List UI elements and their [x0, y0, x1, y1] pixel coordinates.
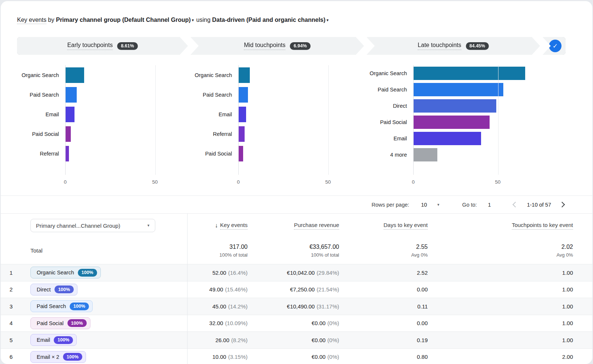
stage-key-event-marker[interactable]: ✓ [543, 37, 566, 55]
channel-name: Organic Search [37, 270, 74, 275]
stage-mid-touchpoints[interactable]: Mid touchpoints 6.94% [191, 37, 364, 55]
bar-email[interactable] [66, 107, 74, 122]
pagination-range: 1-10 of 57 [527, 202, 551, 208]
table-row[interactable]: 5Email100%26.00(8.2%)€0.00(0%)0.191.00 [1, 331, 592, 348]
total-revenue: €33,657.00 [309, 244, 339, 250]
column-header-days-to-key-event[interactable]: Days to key event [339, 214, 428, 237]
go-to-label: Go to: [462, 202, 477, 208]
total-key-events: 317.00 [229, 244, 248, 250]
bar-referral[interactable] [239, 126, 245, 142]
bar-paid-search[interactable] [414, 83, 503, 96]
channel-cell: Email × 2100% [21, 349, 187, 364]
early-touchpoints-chart: Organic SearchPaid SearchEmailPaid Socia… [17, 65, 188, 189]
chart-bar-row [414, 65, 540, 81]
gridline-50 [328, 65, 329, 175]
channel-chip[interactable]: Paid Search100% [30, 300, 93, 312]
attribution-badge: 100% [54, 336, 73, 344]
model-dropdown-label[interactable]: Data-driven (Paid and organic channels) [212, 17, 325, 23]
bar-paid-social[interactable] [239, 146, 243, 161]
report-card: Key events by Primary channel group (Def… [1, 1, 592, 364]
rows-per-page-value[interactable]: 10 [421, 202, 427, 208]
category-label: Paid Search [365, 81, 407, 98]
bar-email[interactable] [414, 132, 481, 145]
next-page-button[interactable] [559, 202, 565, 208]
table-row[interactable]: 3Paid Search100%45.00(14.2%)€10,490.00(3… [1, 298, 592, 315]
go-to-value[interactable]: 1 [488, 202, 491, 208]
key-events-percent: (14.2%) [228, 303, 248, 310]
channel-name: Email × 2 [37, 354, 59, 360]
dimension-selector[interactable]: Primary channel...Channel Group) ▼ [30, 219, 155, 232]
chevron-down-icon[interactable]: ▾ [192, 16, 194, 24]
key-events-percent: (3.15%) [228, 354, 248, 360]
category-label: Referral [188, 124, 232, 144]
channel-name: Direct [37, 287, 51, 293]
stage-percentage-badge: 84.45% [466, 42, 489, 50]
table-row[interactable]: 6Email × 2100%10.00(3.15%)€0.00(0%)0.802… [1, 348, 592, 364]
total-days-sub: Avg 0% [411, 252, 428, 258]
bar-paid-search[interactable] [66, 87, 77, 103]
purchase-revenue: €0.00(0%) [248, 332, 339, 348]
touchpoints-to-key-event-value: 1.00 [562, 286, 573, 293]
touchpoints-to-key-event: 1.00 [428, 298, 592, 315]
bar-paid-search[interactable] [239, 87, 248, 103]
purchase-revenue-percent: (0%) [327, 354, 339, 360]
stage-label: Mid touchpoints [244, 42, 285, 50]
channel-chip[interactable]: Paid Social100% [30, 317, 90, 329]
key-events-term[interactable]: Key events [17, 17, 46, 24]
channel-chip[interactable]: Direct100% [30, 284, 77, 295]
page-title: Key events by Primary channel group (Def… [17, 16, 576, 24]
chevron-down-icon[interactable]: ▾ [327, 16, 329, 24]
x-axis-tick: 0 [64, 179, 67, 185]
category-label: Paid Search [188, 85, 232, 104]
attribution-badge: 100% [54, 285, 74, 293]
channel-cell: Organic Search100% [21, 264, 187, 281]
purchase-revenue: €7,250.00(21.54%) [248, 281, 339, 298]
channel-chip[interactable]: Organic Search100% [30, 267, 101, 278]
bar-organic-search[interactable] [239, 67, 250, 83]
table-row[interactable]: 1Organic Search100%52.00(16.4%)€10,042.0… [1, 264, 592, 281]
channel-chip[interactable]: Email100% [30, 334, 77, 346]
channel-name: Paid Social [37, 320, 64, 326]
attribution-badge: 100% [70, 303, 89, 310]
row-number: 1 [1, 264, 21, 281]
previous-page-button[interactable] [512, 202, 518, 208]
stage-early-touchpoints[interactable]: Early touchpoints 8.61% [17, 37, 188, 55]
column-label: Days to key event [384, 222, 428, 230]
x-axis-tick: 50 [325, 179, 331, 185]
bar-paid-social[interactable] [66, 126, 71, 142]
category-label: Email [365, 130, 407, 147]
days-to-key-event-value: 0.19 [417, 337, 428, 343]
chart-bar-row [239, 65, 350, 85]
chart-bar-row [414, 98, 540, 114]
dimension-dropdown-label[interactable]: Primary channel group (Default Channel G… [56, 17, 191, 23]
column-header-touchpoints-to-key-event[interactable]: Touchpoints to key event [428, 214, 592, 237]
channel-cell: Direct100% [21, 281, 187, 298]
table-row[interactable]: 2Direct100%49.00(15.46%)€7,250.00(21.54%… [1, 281, 592, 298]
touchpoints-to-key-event: 1.00 [428, 281, 592, 298]
touchpoint-charts: Organic SearchPaid SearchEmailPaid Socia… [17, 65, 592, 189]
touchpoints-to-key-event-value: 1.00 [562, 337, 573, 343]
table-row[interactable]: 4Paid Social100%32.00(10.09%)€0.00(0%)0.… [1, 315, 592, 332]
days-to-key-event: 0.80 [339, 349, 428, 364]
chevron-down-icon[interactable]: ▼ [437, 203, 440, 207]
title-using: using [196, 17, 211, 23]
column-header-purchase-revenue[interactable]: Purchase revenue [248, 214, 339, 237]
days-to-key-event-value: 0.00 [417, 320, 428, 326]
bar-organic-search[interactable] [414, 67, 525, 80]
table-pagination: Rows per page: 10 ▼ Go to: 1 1-10 of 57 [1, 196, 592, 213]
column-header-key-events[interactable]: ↓ Key events [187, 214, 248, 237]
bar-referral[interactable] [66, 146, 69, 161]
days-to-key-event: 0.00 [339, 315, 428, 332]
bar-organic-search[interactable] [66, 67, 84, 83]
channel-chip[interactable]: Email × 2100% [30, 351, 86, 363]
x-axis-tick: 50 [495, 179, 500, 185]
stage-label: Early touchpoints [67, 42, 113, 50]
bar-email[interactable] [239, 107, 246, 122]
bar-direct[interactable] [414, 99, 496, 113]
bar-paid-social[interactable] [414, 116, 490, 129]
key-events-value: 26.00 [215, 337, 229, 343]
touchpoints-to-key-event: 1.00 [428, 315, 592, 332]
purchase-revenue-percent: (0%) [327, 320, 339, 326]
stage-late-touchpoints[interactable]: Late touchpoints 84.45% [367, 37, 540, 55]
bar-4-more[interactable] [414, 148, 437, 161]
